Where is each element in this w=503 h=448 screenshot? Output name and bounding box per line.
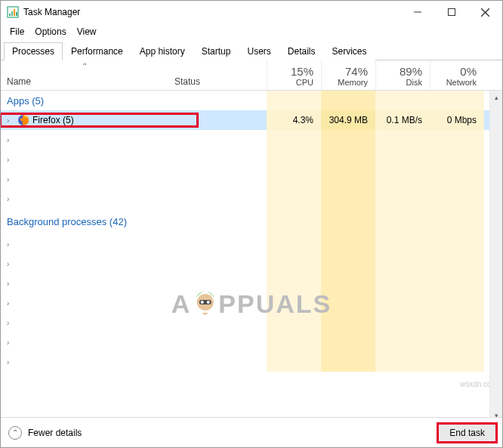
maximize-button[interactable] [434,1,468,23]
column-memory[interactable]: 74% Memory [321,60,375,90]
process-row[interactable]: › [1,293,489,313]
close-button[interactable] [468,1,502,23]
process-row[interactable]: › [1,254,489,273]
chevron-up-icon: ⌃ [8,426,22,440]
scroll-up-icon[interactable]: ▴ [490,91,502,104]
tab-details[interactable]: Details [279,42,324,60]
tab-strip: Processes Performance App history Startu… [1,42,502,60]
menu-options[interactable]: Options [30,25,70,39]
expand-chevron-icon[interactable]: › [7,280,14,288]
group-background-label: Background processes (42) [1,210,168,233]
firefox-disk: 0.1 MB/s [375,110,430,130]
column-network-label: Network [430,78,477,87]
tab-app-history[interactable]: App history [131,42,193,60]
svg-rect-2 [11,11,13,16]
tab-processes[interactable]: Processes [4,42,63,60]
column-name[interactable]: ⌃ Name [1,60,168,90]
sort-indicator-icon: ⌃ [82,62,88,70]
column-name-label: Name [7,76,31,87]
process-row[interactable]: › [1,352,489,372]
group-background[interactable]: Background processes (42) [1,209,489,234]
expand-chevron-icon[interactable]: › [7,240,14,249]
column-cpu[interactable]: 15% CPU [267,60,321,90]
group-apps-label: Apps (5) [1,91,168,112]
firefox-icon [17,114,29,126]
end-task-button[interactable]: End task [438,424,496,442]
fewer-details-button[interactable]: ⌃ Fewer details [8,426,82,440]
process-name: Firefox (5) [32,115,74,125]
expand-chevron-icon[interactable]: › [7,260,14,268]
expand-chevron-icon[interactable]: › [7,195,14,203]
expand-chevron-icon[interactable]: › [7,156,14,164]
svg-rect-6 [448,9,455,16]
expand-chevron-icon[interactable]: › [7,299,14,307]
process-row[interactable]: › [1,313,489,332]
network-usage-total: 0% [430,65,477,78]
column-headers: ⌃ Name Status 15% CPU 74% Memory 89% Dis… [1,60,502,91]
expand-chevron-icon[interactable]: › [7,175,14,184]
fewer-details-label: Fewer details [28,428,82,438]
column-network[interactable]: 0% Network [430,60,484,90]
column-disk[interactable]: 89% Disk [375,60,430,90]
process-list: Apps (5) › Firefox (5) 4.3% 304.9 MB 0.1… [1,91,502,422]
process-row[interactable]: › [1,273,489,293]
column-status-label: Status [174,76,200,87]
menubar: File Options View [1,23,502,42]
expand-chevron-icon[interactable]: › [7,319,14,327]
task-manager-icon [7,6,19,18]
svg-rect-1 [9,14,11,16]
process-row[interactable]: › [1,234,489,254]
expand-chevron-icon[interactable]: › [7,116,14,125]
titlebar: Task Manager [1,1,502,23]
footer: ⌃ Fewer details End task [1,417,502,447]
svg-rect-4 [16,12,17,16]
minimize-button[interactable] [400,1,434,23]
expand-chevron-icon[interactable]: › [7,338,14,347]
process-row[interactable]: › [1,189,489,209]
column-cpu-label: CPU [267,78,313,87]
scrollbar[interactable]: ▴ ▾ [489,91,502,422]
svg-rect-3 [14,9,15,16]
column-memory-label: Memory [322,78,368,87]
menu-view[interactable]: View [73,25,101,39]
tab-users[interactable]: Users [239,42,279,60]
process-row[interactable]: › [1,150,489,169]
tab-services[interactable]: Services [324,42,375,60]
tab-performance[interactable]: Performance [63,42,131,60]
memory-usage-total: 74% [322,65,368,78]
process-row-firefox[interactable]: › Firefox (5) 4.3% 304.9 MB 0.1 MB/s 0 M… [1,110,489,130]
process-row[interactable]: › [1,169,489,189]
group-apps[interactable]: Apps (5) [1,91,489,110]
column-status[interactable]: Status [168,60,267,90]
menu-file[interactable]: File [5,25,29,39]
cpu-usage-total: 15% [267,65,313,78]
process-name-cell: › Firefox (5) [1,114,197,126]
firefox-network: 0 Mbps [430,110,484,130]
disk-usage-total: 89% [376,65,422,78]
process-row[interactable]: › [1,332,489,352]
tab-startup[interactable]: Startup [193,42,239,60]
window-title: Task Manager [23,7,400,17]
column-disk-label: Disk [376,78,422,87]
firefox-memory: 304.9 MB [321,110,375,130]
firefox-cpu: 4.3% [267,110,321,130]
expand-chevron-icon[interactable]: › [7,358,14,366]
process-row[interactable]: › [1,130,489,150]
expand-chevron-icon[interactable]: › [7,136,14,144]
